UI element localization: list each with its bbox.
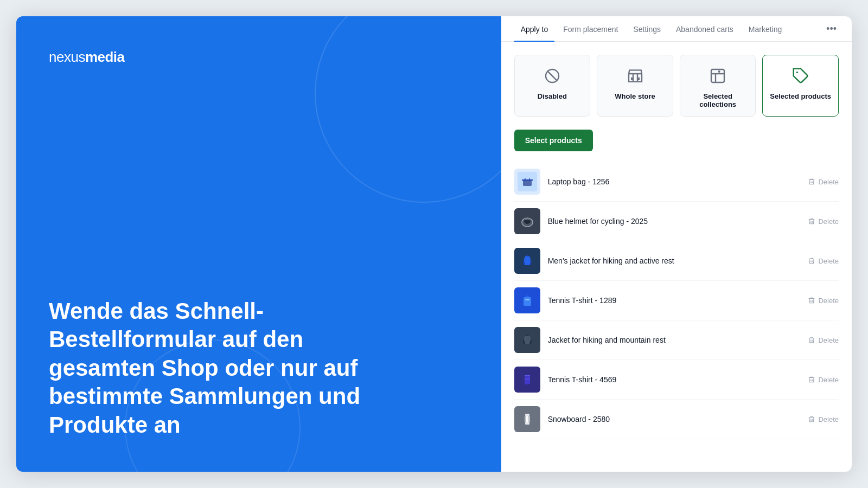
app-wrapper: nexusmedia Wende das Schnell-Bestellform… [16, 16, 852, 472]
option-card-whole-store[interactable]: Whole store [597, 55, 673, 117]
product-name: Snowboard - 2580 [548, 415, 801, 423]
right-panel: Apply to Form placement Settings Abandon… [501, 16, 852, 472]
option-card-disabled[interactable]: Disabled [514, 55, 591, 117]
delete-button[interactable]: Delete [808, 297, 839, 305]
svg-rect-21 [528, 416, 530, 422]
panel-content: Disabled W [501, 42, 852, 472]
svg-rect-2 [711, 69, 724, 82]
tab-settings[interactable]: Settings [627, 16, 667, 41]
product-thumbnail [514, 327, 540, 353]
left-panel: nexusmedia Wende das Schnell-Bestellform… [16, 16, 501, 472]
product-item: Laptop bag - 1256 Delete [514, 162, 839, 202]
product-name: Laptop bag - 1256 [548, 177, 801, 186]
option-card-selected-collections-label: Selected collections [687, 92, 749, 108]
tab-abandoned-carts[interactable]: Abandoned carts [669, 16, 740, 41]
svg-rect-19 [525, 422, 529, 425]
svg-rect-20 [525, 416, 526, 422]
product-name: Jacket for hiking and mountain rest [548, 336, 801, 344]
disabled-icon [544, 66, 561, 86]
tab-marketing[interactable]: Marketing [742, 16, 788, 41]
product-list: Laptop bag - 1256 Delete [514, 162, 839, 439]
product-thumbnail [514, 248, 540, 274]
product-name: Blue helmet for cycling - 2025 [548, 217, 801, 226]
option-card-disabled-label: Disabled [538, 92, 567, 100]
tab-apply-to[interactable]: Apply to [514, 16, 555, 41]
product-thumbnail [514, 169, 540, 195]
delete-button[interactable]: Delete [808, 415, 839, 423]
collections-icon [709, 66, 726, 86]
product-name: Tennis T-shirt - 1289 [548, 296, 801, 305]
delete-button[interactable]: Delete [808, 257, 839, 265]
product-thumbnail [514, 208, 540, 234]
svg-line-1 [547, 71, 558, 81]
delete-button[interactable]: Delete [808, 178, 839, 186]
product-thumbnail [514, 406, 540, 432]
svg-rect-18 [525, 414, 529, 416]
logo-prefix: nexus [49, 49, 85, 65]
product-item: Snowboard - 2580 Delete [514, 400, 839, 439]
product-name: Tennis T-shirt - 4569 [548, 375, 801, 384]
product-item: Jacket for hiking and mountain rest Dele… [514, 320, 839, 360]
tabs-more-button[interactable]: ••• [824, 17, 839, 41]
svg-rect-13 [525, 299, 529, 300]
option-card-selected-products[interactable]: Selected products [762, 55, 839, 117]
delete-button[interactable]: Delete [808, 217, 839, 226]
product-name: Men's jacket for hiking and active rest [548, 256, 801, 265]
option-card-selected-collections[interactable]: Selected collections [680, 55, 756, 117]
store-icon [627, 66, 644, 86]
option-card-selected-products-label: Selected products [770, 92, 831, 100]
option-card-whole-store-label: Whole store [615, 92, 655, 100]
logo: nexusmedia [49, 49, 469, 66]
logo-suffix: media [85, 49, 125, 65]
product-thumbnail [514, 287, 540, 313]
product-item: Men's jacket for hiking and active rest … [514, 241, 839, 281]
product-item: Tennis T-shirt - 4569 Delete [514, 360, 839, 400]
tabs-bar: Apply to Form placement Settings Abandon… [501, 16, 852, 42]
svg-rect-12 [524, 297, 531, 306]
product-item: Blue helmet for cycling - 2025 Delete [514, 202, 839, 241]
products-icon [792, 66, 809, 86]
delete-button[interactable]: Delete [808, 336, 839, 344]
product-thumbnail [514, 367, 540, 393]
delete-button[interactable]: Delete [808, 376, 839, 384]
select-products-button[interactable]: Select products [514, 130, 593, 151]
option-cards-grid: Disabled W [514, 55, 839, 117]
product-item: Tennis T-shirt - 1289 Delete [514, 281, 839, 320]
tab-form-placement[interactable]: Form placement [557, 16, 624, 41]
svg-point-3 [718, 70, 720, 73]
hero-text: Wende das Schnell-Bestellformular auf de… [49, 297, 385, 440]
